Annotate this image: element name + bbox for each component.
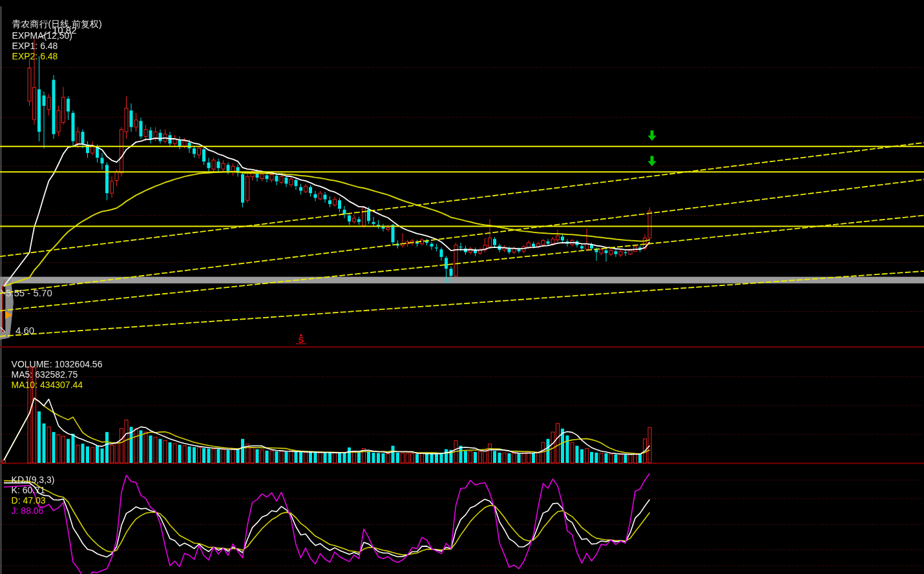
volume-ma10-value: MA10: 434307.44 [12, 380, 83, 390]
exp2-value: EXP2: 6.48 [12, 51, 58, 61]
volume-ma5-value: MA5: 632582.75 [12, 369, 78, 380]
kdj-d-value: D: 47.03 [12, 495, 46, 506]
volume-value: VOLUME: 1032604.56 [12, 359, 103, 369]
exp1-value: EXP1: 6.48 [12, 41, 58, 51]
low-price-annotation: 4.60 [16, 325, 34, 336]
issue-range-annotation: 5.55 - 5.70 [6, 287, 52, 298]
chart-canvas[interactable] [0, 0, 924, 574]
volume-pane-title-row: VOLUME: 1032604.56 MA5: 632582.75 MA10: … [1, 349, 108, 400]
kdj-k-value: K: 60.71 [12, 485, 45, 495]
kdj-pane-title-row: KDJ(9,3,3) K: 60.71 D: 47.03 J: 88.06 [1, 464, 60, 526]
kdj-j-value: J: 88.06 [12, 506, 44, 516]
sell-signal-marker: ▲ S [296, 333, 306, 344]
sell-marker-letter: S [296, 338, 306, 344]
kdj-indicator-name: KDJ(9,3,3) [12, 475, 55, 485]
peak-price-annotation: 10.82 [52, 25, 77, 36]
trading-app-window: 青农商行(日线.前复权) EXPMA(12,50) EXP1: 6.48 EXP… [0, 0, 924, 574]
main-chart-title-row: 青农商行(日线.前复权) EXPMA(12,50) EXP1: 6.48 EXP… [2, 8, 108, 72]
